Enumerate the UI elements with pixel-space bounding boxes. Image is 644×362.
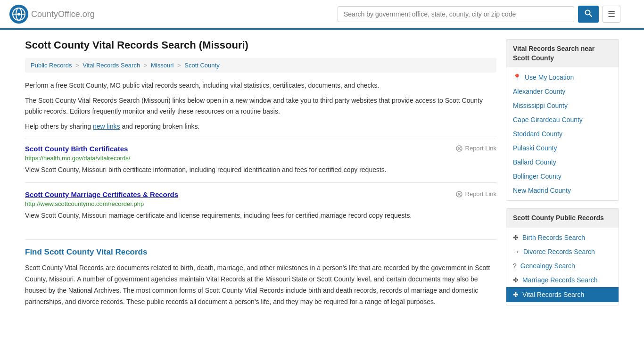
find-section-title: Find Scott County Vital Records <box>25 239 496 257</box>
report-link-0[interactable]: Report Link <box>455 145 496 152</box>
use-my-location[interactable]: 📍 Use My Location <box>506 70 619 84</box>
svg-line-6 <box>590 15 592 17</box>
sidebar: Vital Records Search near Scott County 📍… <box>506 39 619 313</box>
public-record-0[interactable]: ✤ Birth Records Search <box>506 230 619 245</box>
birth-icon: ✤ <box>513 234 519 241</box>
nearby-county-5[interactable]: Ballard County <box>506 155 619 169</box>
public-record-1[interactable]: ↔ Divorce Records Search <box>506 245 619 259</box>
find-section-body: Scott County Vital Records are documents… <box>25 263 496 307</box>
nearby-county-7[interactable]: New Madrid County <box>506 183 619 197</box>
record-desc-0: View Scott County, Missouri birth certif… <box>25 165 496 175</box>
intro-text-3: Help others by sharing new links and rep… <box>25 121 496 132</box>
nearby-county-0[interactable]: Alexander County <box>506 84 619 99</box>
content-area: Scott County Vital Records Search (Misso… <box>25 39 496 313</box>
marriage-icon: ✤ <box>513 276 519 284</box>
new-links-link[interactable]: new links <box>93 123 120 130</box>
intro-text-1: Perform a free Scott County, MO public v… <box>25 80 496 90</box>
search-area: ☰ <box>338 6 620 23</box>
record-url-1: http://www.scottcountymo.com/recorder.ph… <box>25 200 496 207</box>
public-record-2[interactable]: ? Genealogy Search <box>506 259 619 273</box>
record-url-0: https://health.mo.gov/data/vitalrecords/ <box>25 155 496 162</box>
report-link-1[interactable]: Report Link <box>455 190 496 198</box>
nearby-box-header: Vital Records Search near Scott County <box>506 40 619 67</box>
intro-text-2: The Scott County Vital Records Search (M… <box>25 95 496 116</box>
public-records-box-header: Scott County Public Records <box>506 209 619 228</box>
public-record-3[interactable]: ✤ Marriage Records Search <box>506 273 619 287</box>
menu-button[interactable]: ☰ <box>603 6 620 23</box>
public-records-box-body: ✤ Birth Records Search ↔ Divorce Records… <box>506 228 619 305</box>
nearby-county-3[interactable]: Stoddard County <box>506 127 619 141</box>
record-title-1[interactable]: Scott County Marriage Certificates & Rec… <box>25 190 178 198</box>
nearby-county-1[interactable]: Mississippi County <box>506 99 619 113</box>
record-desc-1: View Scott County, Missouri marriage cer… <box>25 210 496 221</box>
nearby-county-4[interactable]: Pulaski County <box>506 141 619 155</box>
nearby-box-body: 📍 Use My Location Alexander County Missi… <box>506 67 619 200</box>
logo-icon <box>9 5 28 24</box>
logo-text: CountyOffice.org <box>31 9 95 19</box>
svg-point-4 <box>17 13 20 16</box>
record-item-0: Scott County Birth Certificates Report L… <box>25 137 496 182</box>
breadcrumb: Public Records > Vital Records Search > … <box>25 58 496 73</box>
search-button[interactable] <box>578 6 599 23</box>
search-input[interactable] <box>338 6 574 22</box>
nearby-county-6[interactable]: Bollinger County <box>506 169 619 183</box>
nearby-county-2[interactable]: Cape Girardeau County <box>506 113 619 127</box>
main-container: Scott County Vital Records Search (Misso… <box>16 30 628 322</box>
header: CountyOffice.org ☰ <box>0 0 644 30</box>
divorce-icon: ↔ <box>513 248 520 255</box>
record-title-0[interactable]: Scott County Birth Certificates <box>25 145 128 153</box>
breadcrumb-public-records[interactable]: Public Records <box>31 62 72 69</box>
breadcrumb-vital-records[interactable]: Vital Records Search <box>83 62 140 69</box>
vital-icon: ✤ <box>513 291 519 298</box>
page-title: Scott County Vital Records Search (Misso… <box>25 39 496 51</box>
logo-area: CountyOffice.org <box>9 5 95 24</box>
genealogy-icon: ? <box>513 262 517 270</box>
location-icon: 📍 <box>513 74 521 81</box>
breadcrumb-missouri[interactable]: Missouri <box>151 62 173 69</box>
public-records-box: Scott County Public Records ✤ Birth Reco… <box>506 208 619 305</box>
public-record-4[interactable]: ✤ Vital Records Search <box>506 287 619 302</box>
nearby-box: Vital Records Search near Scott County 📍… <box>506 39 619 201</box>
record-item-1: Scott County Marriage Certificates & Rec… <box>25 182 496 228</box>
breadcrumb-scott-county[interactable]: Scott County <box>184 62 219 69</box>
